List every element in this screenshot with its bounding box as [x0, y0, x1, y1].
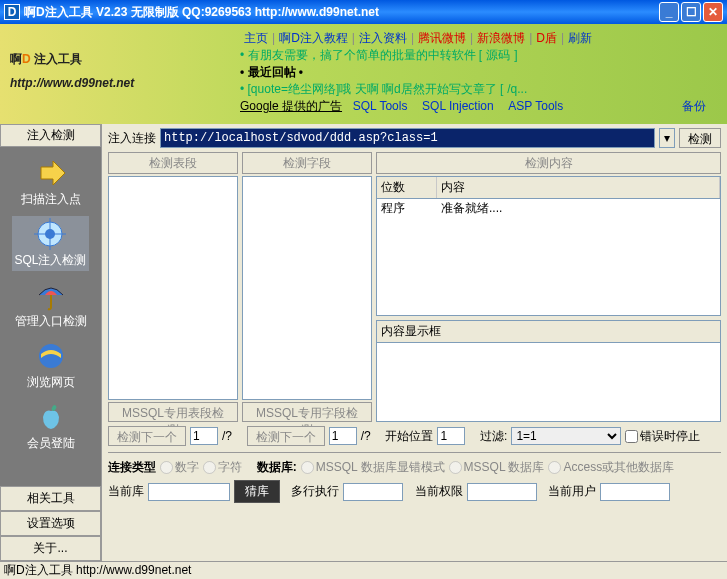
nav-home[interactable]: 主页	[244, 30, 268, 47]
radio-mssql-err[interactable]: MSSQL 数据库显错模式	[301, 459, 445, 476]
target-icon	[34, 218, 66, 250]
banner-line4-link[interactable]: /q...	[507, 81, 527, 98]
nav-sina[interactable]: 新浪微博	[477, 30, 525, 47]
app-icon: D	[4, 4, 20, 20]
url-input[interactable]	[160, 128, 655, 148]
td-content: 准备就绪....	[437, 199, 506, 218]
banner-line2-link[interactable]: 源码	[486, 47, 510, 64]
content-table-wrap: 位数 内容 程序 准备就绪....	[376, 176, 721, 316]
ie-icon	[35, 340, 67, 372]
url-dropdown-button[interactable]: ▾	[659, 128, 675, 148]
umbrella-icon	[35, 279, 67, 311]
next2-value[interactable]	[329, 427, 357, 445]
stop-on-error-label: 错误时停止	[640, 428, 700, 445]
sidebar-item-login[interactable]: 会员登陆	[25, 399, 77, 454]
banner-line2-post: ]	[514, 47, 517, 64]
close-button[interactable]: ✕	[703, 2, 723, 22]
radio-char[interactable]: 字符	[203, 459, 242, 476]
radio-access-db[interactable]: Access或其他数据库	[548, 459, 674, 476]
radio-access-db-input[interactable]	[548, 461, 561, 474]
minimize-button[interactable]: _	[659, 2, 679, 22]
radio-mssql-err-label: MSSQL 数据库显错模式	[316, 459, 445, 476]
next1-value[interactable]	[190, 427, 218, 445]
content: 注入连接 ▾ 检测 检测表段 MSSQL专用表段检测 检测字段 MSSQL专用字…	[102, 124, 727, 561]
sidebar: 注入检测 扫描注入点 SQL注入检测 管理入口检测 浏览网页 会员登陆	[0, 124, 102, 561]
sidebar-item-admin[interactable]: 管理入口检测	[13, 277, 89, 332]
separator	[108, 452, 721, 453]
ctrl-row-1: 检测下一个 /? 检测下一个 /? 开始位置 过滤: 1=1 错误时停止	[108, 426, 721, 446]
sidebar-label: SQL注入检测	[14, 252, 86, 269]
content-table-body[interactable]: 程序 准备就绪....	[376, 198, 721, 316]
sidebar-btn-tools[interactable]: 相关工具	[0, 486, 101, 511]
title-bar: D 啊D注入工具 V2.23 无限制版 QQ:9269563 http://ww…	[0, 0, 727, 24]
filter-select[interactable]: 1=1	[511, 427, 621, 445]
stop-on-error-checkbox[interactable]: 错误时停止	[625, 428, 700, 445]
filter-label: 过滤:	[480, 428, 507, 445]
db-label: 数据库:	[257, 459, 297, 476]
url-row: 注入连接 ▾ 检测	[108, 128, 721, 148]
radio-char-label: 字符	[218, 459, 242, 476]
display-box[interactable]	[376, 342, 721, 422]
radio-mssql-db[interactable]: MSSQL 数据库	[449, 459, 545, 476]
detect-tables-button[interactable]: 检测表段	[108, 152, 238, 174]
nav-material[interactable]: 注入资料	[359, 30, 407, 47]
panel-fields: 检测字段 MSSQL专用字段检测	[242, 152, 372, 422]
radio-mssql-db-input[interactable]	[449, 461, 462, 474]
banner-line2-pre: • 有朋友需要，搞了个简单的批量的中转软件 [	[240, 47, 482, 64]
detect-next-2-button[interactable]: 检测下一个	[247, 426, 325, 446]
detect-fields-button[interactable]: 检测字段	[242, 152, 372, 174]
sidebar-btn-settings[interactable]: 设置选项	[0, 511, 101, 536]
sidebar-label: 浏览网页	[27, 374, 75, 391]
radio-char-input[interactable]	[203, 461, 216, 474]
display-box-wrap: 内容显示框	[376, 320, 721, 422]
panel-content: 检测内容 位数 内容 程序 准备就绪.... 内容显示框	[376, 152, 721, 422]
sidebar-item-sql[interactable]: SQL注入检测	[12, 216, 88, 271]
banner: 啊D 注入工具 http://www.d99net.net 主页| 啊D注入教程…	[0, 24, 727, 124]
maximize-button[interactable]: ☐	[681, 2, 701, 22]
radio-number-input[interactable]	[160, 461, 173, 474]
multi-exec-label: 多行执行	[291, 483, 339, 500]
mssql-tables-button[interactable]: MSSQL专用表段检测	[108, 402, 238, 422]
nav-dshield[interactable]: D盾	[536, 30, 557, 47]
stop-on-error-input[interactable]	[625, 430, 638, 443]
arrow-right-icon	[35, 157, 67, 189]
ad-label: Google 提供的广告	[240, 98, 342, 115]
mssql-fields-button[interactable]: MSSQL专用字段检测	[242, 402, 372, 422]
ad-sql-injection[interactable]: SQL Injection	[422, 98, 494, 115]
detect-next-1-button[interactable]: 检测下一个	[108, 426, 186, 446]
detect-content-button[interactable]: 检测内容	[376, 152, 721, 174]
backup-link[interactable]: 备份	[682, 98, 706, 115]
th-content[interactable]: 内容	[437, 177, 720, 198]
sidebar-item-browse[interactable]: 浏览网页	[25, 338, 77, 393]
apple-icon	[35, 401, 67, 433]
cur-db-input[interactable]	[148, 483, 230, 501]
svg-point-7	[50, 404, 56, 411]
tables-listbox[interactable]	[108, 176, 238, 400]
start-pos-input[interactable]	[437, 427, 465, 445]
radio-number[interactable]: 数字	[160, 459, 199, 476]
cur-user-input[interactable]	[600, 483, 670, 501]
ad-asp-tools[interactable]: ASP Tools	[508, 98, 563, 115]
banner-logo: 啊D 注入工具	[10, 40, 240, 70]
ad-sql-tools[interactable]: SQL Tools	[353, 98, 408, 115]
sidebar-btn-about[interactable]: 关于...	[0, 536, 101, 561]
nav-tutorial[interactable]: 啊D注入教程	[279, 30, 348, 47]
start-pos-label: 开始位置	[385, 428, 433, 445]
conn-type-label: 连接类型	[108, 459, 156, 476]
nav-tencent[interactable]: 腾讯微博	[418, 30, 466, 47]
nav-refresh[interactable]: 刷新	[568, 30, 592, 47]
logo-post: 注入工具	[31, 52, 82, 66]
th-bits[interactable]: 位数	[377, 177, 437, 198]
logo-pre: 啊	[10, 52, 22, 66]
detect-button[interactable]: 检测	[679, 128, 721, 148]
sidebar-footer: 相关工具 设置选项 关于...	[0, 486, 101, 561]
guess-db-button[interactable]: 猜库	[234, 480, 280, 503]
window-title: 啊D注入工具 V2.23 无限制版 QQ:9269563 http://www.…	[24, 4, 659, 21]
sidebar-item-scan[interactable]: 扫描注入点	[19, 155, 83, 210]
panels: 检测表段 MSSQL专用表段检测 检测字段 MSSQL专用字段检测 检测内容 位…	[108, 152, 721, 422]
fields-listbox[interactable]	[242, 176, 372, 400]
radio-mssql-err-input[interactable]	[301, 461, 314, 474]
cur-priv-input[interactable]	[467, 483, 537, 501]
table-row[interactable]: 程序 准备就绪....	[377, 199, 720, 218]
multi-exec-input[interactable]	[343, 483, 403, 501]
